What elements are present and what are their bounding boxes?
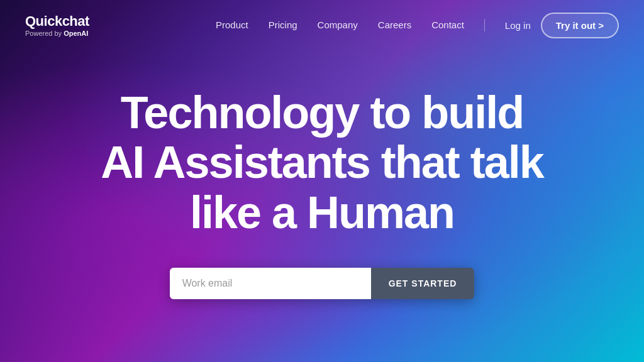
nav-pricing[interactable]: Pricing — [269, 19, 297, 30]
nav-links: Product Pricing Company Careers Contact — [216, 19, 464, 31]
nav-company[interactable]: Company — [318, 19, 358, 30]
brand-name: Quickchat — [25, 13, 89, 30]
nav-product[interactable]: Product — [216, 19, 248, 30]
hero-section: Quickchat Powered by OpenAI Product Pric… — [0, 0, 644, 362]
hero-content: Technology to build AI Assistants that t… — [0, 50, 644, 362]
try-it-out-button[interactable]: Try it out > — [541, 13, 619, 38]
logo: Quickchat Powered by OpenAI — [25, 13, 89, 37]
nav-contact[interactable]: Contact — [431, 19, 464, 30]
brand-powered: Powered by OpenAI — [25, 30, 89, 37]
get-started-button[interactable]: GET STARTED — [371, 268, 475, 299]
email-input[interactable] — [170, 268, 371, 299]
nav-careers[interactable]: Careers — [378, 19, 411, 30]
hero-title: Technology to build AI Assistants that t… — [101, 88, 543, 238]
login-link[interactable]: Log in — [505, 20, 531, 31]
nav-divider — [484, 19, 485, 31]
navbar: Quickchat Powered by OpenAI Product Pric… — [0, 0, 644, 50]
email-form: GET STARTED — [170, 268, 475, 299]
nav-cta-area: Log in Try it out > — [505, 13, 619, 38]
